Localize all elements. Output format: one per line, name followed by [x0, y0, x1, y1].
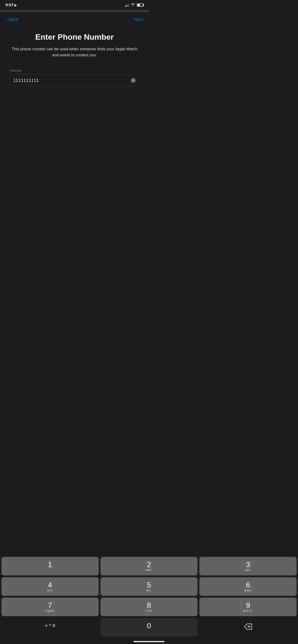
main-content: Enter Phone Number This phone number can…	[0, 27, 149, 86]
status-time: 9:07 ▶	[6, 3, 17, 8]
top-hint	[0, 10, 149, 12]
phone-field-label: PHONE	[9, 69, 140, 72]
status-bar: 9:07 ▶	[0, 0, 149, 10]
back-chevron: ‹	[6, 17, 7, 22]
back-label: Back	[9, 17, 18, 22]
page-title: Enter Phone Number	[9, 32, 140, 42]
time-display: 9:07	[6, 3, 14, 8]
location-icon: ▶	[15, 4, 17, 7]
nav-bar: ‹ Back Next	[0, 12, 149, 27]
status-icons	[125, 3, 143, 7]
next-label: Next	[134, 17, 143, 22]
phone-input-container[interactable]: 1111111111	[9, 74, 140, 86]
phone-field-section: PHONE 1111111111	[9, 69, 140, 86]
back-button[interactable]: ‹ Back	[6, 17, 18, 22]
wifi-icon	[131, 3, 135, 7]
phone-input-value: 1111111111	[13, 78, 131, 83]
clear-button[interactable]	[131, 78, 136, 83]
battery-icon	[137, 4, 143, 7]
signal-bars	[125, 4, 129, 7]
page-subtitle: This phone number can be used when someo…	[9, 46, 140, 58]
next-button[interactable]: Next	[134, 17, 143, 22]
